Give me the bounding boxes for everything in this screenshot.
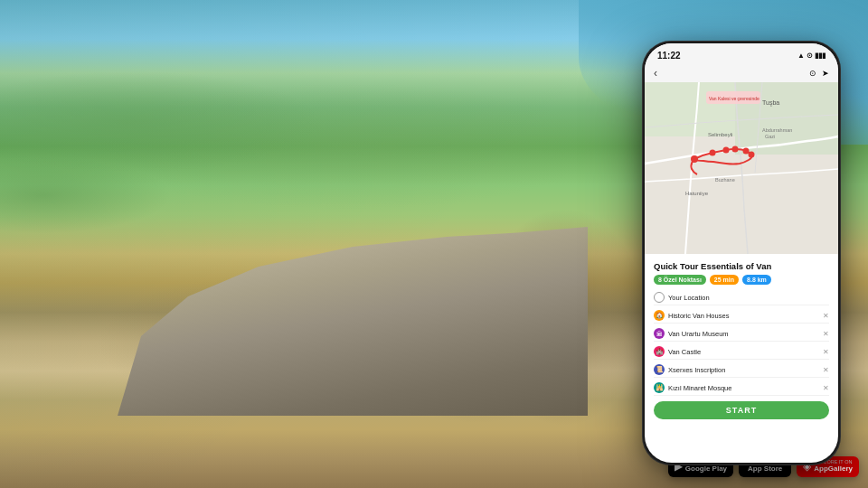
list-item: 🏰 Van Castle ✕ xyxy=(654,344,829,360)
svg-text:Tuşba: Tuşba xyxy=(762,99,779,107)
nav-icons: ⊙ ➤ xyxy=(809,69,829,78)
signal-icon: ▲ xyxy=(797,52,805,60)
location-left: 🏛 Van Urartu Museum xyxy=(654,328,729,339)
location-list: ○ Your Location 🏠 Historic Van Houses ✕ xyxy=(654,290,829,396)
location-icon-teal: 🕌 xyxy=(654,382,665,393)
svg-text:Selimbeyli: Selimbeyli xyxy=(708,132,732,137)
svg-point-6 xyxy=(732,146,739,153)
location-name: Your Location xyxy=(668,294,710,302)
remove-button[interactable]: ✕ xyxy=(823,312,829,320)
app-gallery-label: AppGallery xyxy=(814,465,853,474)
remove-button[interactable]: ✕ xyxy=(823,384,829,392)
remove-button[interactable]: ✕ xyxy=(823,348,829,356)
location-left: 🏠 Historic Van Houses xyxy=(654,310,729,321)
wall-ruins xyxy=(72,163,597,416)
remove-button[interactable]: ✕ xyxy=(823,366,829,374)
svg-text:Buzhane: Buzhane xyxy=(715,177,735,183)
svg-text:Hatuniiye: Hatuniiye xyxy=(685,191,709,196)
svg-point-5 xyxy=(723,147,730,154)
list-item: 🏛 Van Urartu Museum ✕ xyxy=(654,326,829,342)
app-store-label: App Store xyxy=(748,465,785,474)
list-item: 🕌 Kızıl Minaret Mosque ✕ xyxy=(654,380,829,396)
location-left: 🏰 Van Castle xyxy=(654,346,701,357)
list-item: 📜 Xserxes Inscription ✕ xyxy=(654,362,829,378)
svg-text:Gazi: Gazi xyxy=(765,134,775,139)
wifi-icon: ⊙ xyxy=(807,52,813,60)
svg-rect-1 xyxy=(645,82,735,136)
location-name: Van Castle xyxy=(668,348,701,356)
svg-point-4 xyxy=(710,150,716,156)
location-icon-circle: ○ xyxy=(654,292,665,303)
location-icon-orange: 🏠 xyxy=(654,310,665,321)
location-icon-blue: 📜 xyxy=(654,364,665,375)
status-time: 11:22 xyxy=(657,51,681,61)
badge-distance: 8.8 km xyxy=(742,275,771,285)
location-left: 📜 Xserxes Inscription xyxy=(654,364,725,375)
svg-point-7 xyxy=(743,148,750,155)
location-left: ○ Your Location xyxy=(654,292,710,303)
status-bar: 11:22 ▲ ⊙ ▮▮▮ xyxy=(645,43,838,64)
location-name: Kızıl Minaret Mosque xyxy=(668,384,731,392)
battery-icon: ▮▮▮ xyxy=(815,52,826,60)
location-left: 🕌 Kızıl Minaret Mosque xyxy=(654,382,731,393)
svg-text:Abdurrahman: Abdurrahman xyxy=(762,127,792,133)
location-name: Historic Van Houses xyxy=(668,312,729,320)
map-area[interactable]: Tuşba Selimbeyli Hatuniiye Abdurrahman G… xyxy=(645,82,838,254)
phone-mockup: 11:22 ▲ ⊙ ▮▮▮ ‹ ⊙ ➤ xyxy=(642,41,841,465)
location-icon-purple: 🏛 xyxy=(654,328,665,339)
location-name: Xserxes Inscription xyxy=(668,366,725,374)
remove-button[interactable]: ✕ xyxy=(823,330,829,338)
start-button[interactable]: START xyxy=(654,401,829,419)
list-item: 🏠 Historic Van Houses ✕ xyxy=(654,308,829,324)
map-svg: Tuşba Selimbeyli Hatuniiye Abdurrahman G… xyxy=(645,82,838,254)
badge-points: 8 Özel Noktası xyxy=(654,275,706,285)
svg-point-8 xyxy=(749,152,755,158)
phone-frame: 11:22 ▲ ⊙ ▮▮▮ ‹ ⊙ ➤ xyxy=(642,41,841,465)
badge-time: 25 min xyxy=(710,275,739,285)
google-play-label: Google Play xyxy=(685,465,727,474)
panel-badges: 8 Özel Noktası 25 min 8.8 km xyxy=(654,275,829,285)
nav-icon-1: ⊙ xyxy=(809,69,816,78)
nav-bar: ‹ ⊙ ➤ xyxy=(645,64,838,82)
back-button[interactable]: ‹ xyxy=(654,67,657,80)
location-name: Van Urartu Museum xyxy=(668,330,729,338)
status-icons: ▲ ⊙ ▮▮▮ xyxy=(797,52,826,60)
location-icon-pink: 🏰 xyxy=(654,346,665,357)
list-item: ○ Your Location xyxy=(654,290,829,305)
bottom-panel: Quick Tour Essentials of Van 8 Özel Nokt… xyxy=(645,254,838,427)
svg-text:Van Kalesi ve çevresinde: Van Kalesi ve çevresinde xyxy=(709,96,760,101)
phone-screen: 11:22 ▲ ⊙ ▮▮▮ ‹ ⊙ ➤ xyxy=(645,43,838,463)
nav-icon-2: ➤ xyxy=(822,69,829,78)
wall-structure-detail xyxy=(118,217,588,416)
svg-point-3 xyxy=(691,155,698,163)
panel-title: Quick Tour Essentials of Van xyxy=(654,261,829,271)
